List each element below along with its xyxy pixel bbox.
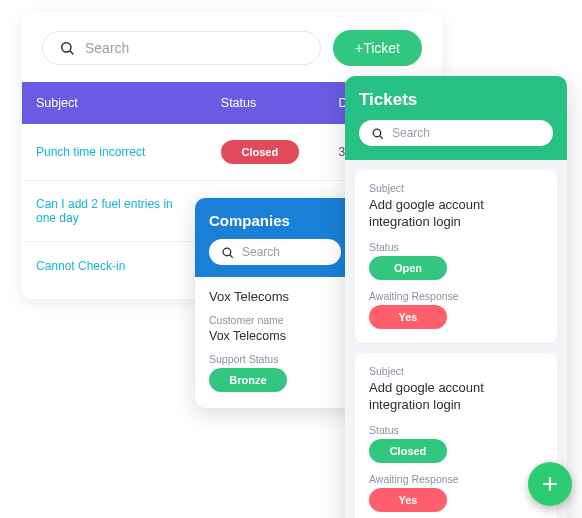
row-status: Closed — [207, 124, 325, 180]
subject-label: Subject — [369, 365, 543, 377]
awaiting-label: Awaiting Response — [369, 290, 543, 302]
search-icon — [59, 40, 75, 56]
companies-card: Companies Vox Telecoms Customer name Vox… — [195, 198, 355, 408]
toolbar: +Ticket — [22, 12, 442, 82]
status-badge: Closed — [221, 140, 299, 164]
tickets-header: Tickets — [345, 76, 567, 160]
search-field[interactable] — [42, 31, 321, 65]
companies-title: Companies — [209, 212, 341, 229]
row-subject[interactable]: Can I add 2 fuel entries in one day — [22, 181, 207, 241]
row-subject[interactable]: Punch time incorrect — [22, 129, 207, 175]
add-fab-button[interactable] — [528, 462, 572, 506]
company-body: Vox Telecoms Customer name Vox Telecoms … — [195, 277, 355, 408]
ticket-item[interactable]: Subject Add google account integration l… — [355, 353, 557, 518]
svg-line-1 — [70, 51, 73, 54]
customer-name-value: Vox Telecoms — [209, 329, 341, 343]
ticket-subject: Add google account integration login — [369, 380, 543, 414]
ticket-status-badge: Open — [369, 256, 447, 280]
add-ticket-button[interactable]: +Ticket — [333, 30, 422, 66]
support-status-label: Support Status — [209, 353, 341, 365]
companies-search-input[interactable] — [242, 245, 355, 259]
customer-name-label: Customer name — [209, 314, 341, 326]
tickets-title: Tickets — [359, 90, 553, 110]
svg-line-3 — [230, 255, 232, 257]
company-name[interactable]: Vox Telecoms — [209, 289, 341, 304]
tickets-card: Tickets Subject Add google account integ… — [345, 76, 567, 518]
support-status-badge: Bronze — [209, 368, 287, 392]
awaiting-label: Awaiting Response — [369, 473, 543, 485]
status-label: Status — [369, 241, 543, 253]
subject-label: Subject — [369, 182, 543, 194]
awaiting-badge: Yes — [369, 488, 447, 512]
col-header-subject: Subject — [22, 82, 207, 124]
tickets-search-field[interactable] — [359, 120, 553, 146]
col-header-status: Status — [207, 82, 325, 124]
ticket-status-badge: Closed — [369, 439, 447, 463]
companies-header: Companies — [195, 198, 355, 277]
search-input[interactable] — [85, 40, 304, 56]
ticket-subject: Add google account integration login — [369, 197, 543, 231]
companies-search-field[interactable] — [209, 239, 341, 265]
plus-icon — [540, 474, 560, 494]
tickets-search-input[interactable] — [392, 126, 542, 140]
search-icon — [371, 127, 384, 140]
awaiting-badge: Yes — [369, 305, 447, 329]
search-icon — [221, 246, 234, 259]
status-label: Status — [369, 424, 543, 436]
svg-line-5 — [380, 136, 382, 138]
row-subject[interactable]: Cannot Check-in — [22, 243, 207, 289]
ticket-item[interactable]: Subject Add google account integration l… — [355, 170, 557, 343]
